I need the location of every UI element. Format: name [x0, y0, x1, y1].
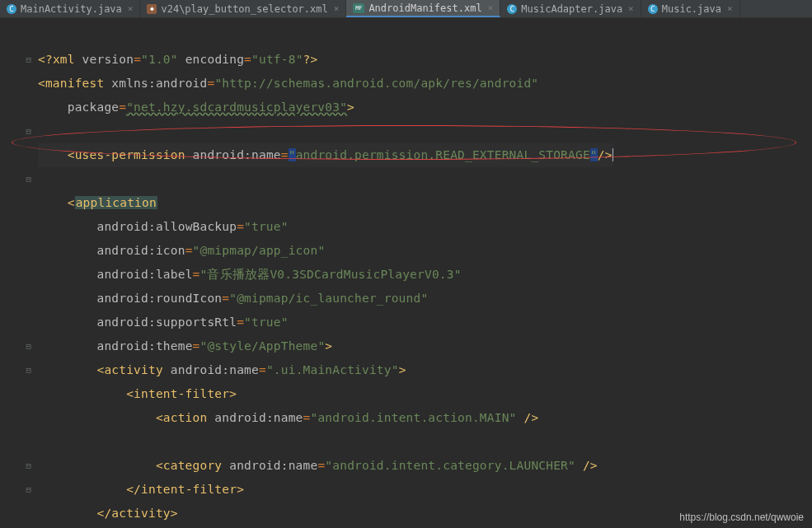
manifest-icon: MF: [353, 3, 364, 13]
close-icon[interactable]: ×: [128, 3, 134, 14]
fold-icon[interactable]: ⊟: [26, 365, 31, 376]
fold-icon[interactable]: ⊟: [26, 484, 31, 495]
code-area[interactable]: <?xml version="1.0" encoding="utf-8"?> <…: [36, 18, 613, 528]
tab-label: Music.java: [662, 3, 721, 15]
tab-label: AndroidManifest.xml: [368, 2, 481, 14]
close-icon[interactable]: ×: [488, 2, 494, 13]
class-icon: C: [507, 4, 517, 14]
fold-icon[interactable]: ⊟: [26, 174, 31, 185]
tab-androidmanifest[interactable]: MF AndroidManifest.xml ×: [346, 0, 500, 17]
class-icon: C: [648, 4, 658, 14]
tab-label: v24\play_button_selector.xml: [161, 3, 327, 15]
tab-mainactivity[interactable]: C MainActivity.java ×: [0, 0, 140, 17]
tab-music[interactable]: C Music.java ×: [641, 0, 740, 17]
fold-icon[interactable]: ⊟: [26, 460, 31, 471]
fold-icon[interactable]: ⊟: [26, 54, 31, 65]
close-icon[interactable]: ×: [628, 3, 634, 14]
xml-icon: ◆: [147, 4, 157, 14]
close-icon[interactable]: ×: [334, 3, 340, 14]
gutter: ⊟ ⊟ ⊟ ⊟ ⊟ ⊟ ⊟: [0, 18, 36, 528]
tab-musicadapter[interactable]: C MusicAdapter.java ×: [500, 0, 641, 17]
tab-label: MusicAdapter.java: [521, 3, 622, 15]
tab-label: MainActivity.java: [21, 3, 122, 15]
code-editor[interactable]: ⊟ ⊟ ⊟ ⊟ ⊟ ⊟ ⊟ <?xml version="1.0" encodi…: [0, 18, 812, 528]
fold-icon[interactable]: ⊟: [26, 341, 31, 352]
close-icon[interactable]: ×: [727, 3, 733, 14]
class-icon: C: [7, 4, 16, 14]
tab-play-button-selector[interactable]: ◆ v24\play_button_selector.xml ×: [140, 0, 346, 17]
watermark: https://blog.csdn.net/qwwoie: [679, 512, 804, 523]
fold-icon[interactable]: ⊟: [26, 126, 31, 137]
editor-tabs: C MainActivity.java × ◆ v24\play_button_…: [0, 0, 812, 18]
